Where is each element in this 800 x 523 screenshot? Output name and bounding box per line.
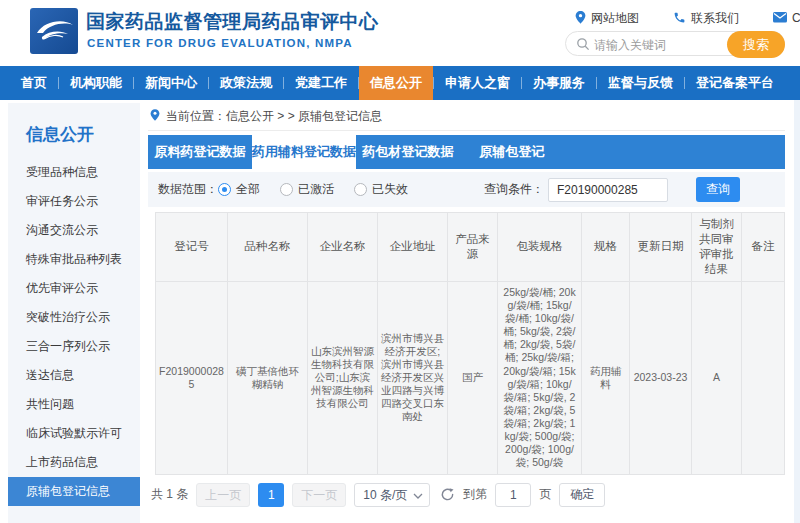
scope-label: 数据范围： [158, 181, 218, 198]
map-pin-icon [575, 11, 586, 27]
query-button[interactable]: 查询 [696, 177, 740, 202]
sitemap-link[interactable]: 网站地图 [575, 10, 639, 27]
cell-registration-no: F20190000285 [156, 281, 228, 474]
nav-item-applicant[interactable]: 申请人之窗 [434, 66, 521, 100]
sidebar: 信息公开 受理品种信息 审评任务公示 沟通交流公示 特殊审批品种列表 优先审评公… [8, 103, 140, 523]
sidebar-item-excipient-registration[interactable]: 原辅包登记信息 [8, 477, 140, 506]
confirm-button[interactable]: 确定 [559, 483, 605, 507]
sidebar-item-special-approval[interactable]: 特殊审批品种列表 [8, 245, 140, 274]
nav-item-home[interactable]: 首页 [10, 66, 58, 100]
sidebar-item-breakthrough-therapy[interactable]: 突破性治疗公示 [8, 303, 140, 332]
search-button[interactable]: 搜索 [727, 31, 785, 58]
col-company-name: 企业名称 [308, 213, 378, 282]
nav-item-party[interactable]: 党建工作 [284, 66, 358, 100]
radio-expired-icon [354, 183, 367, 196]
sidebar-item-clinical-trial-license[interactable]: 临床试验默示许可 [8, 419, 140, 448]
col-variety-name: 品种名称 [228, 213, 308, 282]
data-tabs: 原料药登记数据 药用辅料登记数据 药包材登记数据 原辅包登记 [148, 135, 785, 169]
nav-item-news[interactable]: 新闻中心 [134, 66, 208, 100]
pagination: 共 1 条 上一页 1 下一页 10 条/页 到第 页 确定 [151, 483, 785, 507]
location-pin-icon [150, 109, 160, 124]
prev-page-button[interactable]: 上一页 [196, 483, 250, 507]
radio-all[interactable]: 全部 [218, 181, 260, 198]
nav-item-services[interactable]: 办事服务 [522, 66, 596, 100]
site-header: 国家药品监督管理局药品审评中心 CENTER FOR DRUG EVALUATI… [0, 0, 800, 66]
nav-item-registration-platform[interactable]: 登记备案平台 [685, 66, 785, 100]
sidebar-item-accepted-varieties[interactable]: 受理品种信息 [8, 158, 140, 187]
sidebar-item-three-in-one[interactable]: 三合一序列公示 [8, 332, 140, 361]
tab-packaging-data[interactable]: 药包材登记数据 [356, 135, 460, 169]
radio-all-icon [218, 183, 231, 196]
col-registration-no: 登记号 [156, 213, 228, 282]
sidebar-item-delivery-info[interactable]: 送达信息 [8, 361, 140, 390]
filter-bar: 数据范围： 全部 已激活 已失效 查询条件： 查询 [148, 172, 785, 207]
cde-logo-icon [30, 8, 78, 54]
radio-activated[interactable]: 已激活 [280, 181, 334, 198]
col-update-date: 更新日期 [630, 213, 692, 282]
mail-icon [773, 12, 787, 26]
site-title: 国家药品监督管理局药品审评中心 [86, 9, 379, 35]
next-page-button[interactable]: 下一页 [292, 483, 346, 507]
mailbox-link[interactable]: CDE邮箱 [773, 10, 800, 27]
sidebar-item-marketed-drugs[interactable]: 上市药品信息 [8, 448, 140, 477]
cell-variety-name: 磺丁基倍他环糊精钠 [228, 281, 308, 474]
cell-joint-review-result: A [692, 281, 742, 474]
sidebar-item-communication[interactable]: 沟通交流公示 [8, 216, 140, 245]
cell-update-date: 2023-03-23 [630, 281, 692, 474]
topbar-links: 网站地图 联系我们 CDE邮箱 [575, 10, 800, 27]
nav-item-functions[interactable]: 机构职能 [59, 66, 133, 100]
sidebar-item-review-tasks[interactable]: 审评任务公示 [8, 187, 140, 216]
refresh-icon[interactable] [440, 487, 455, 502]
col-remark: 备注 [742, 213, 785, 282]
cell-company-address: 滨州市博兴县经济开发区;滨州市博兴县经济开发区兴业四路与兴博四路交叉口东南处 [378, 281, 448, 474]
contact-link[interactable]: 联系我们 [673, 10, 739, 27]
current-page-button[interactable]: 1 [258, 483, 284, 507]
total-count: 共 1 条 [151, 486, 188, 503]
goto-unit: 页 [539, 486, 551, 503]
query-label: 查询条件： [484, 181, 544, 198]
main-content: 当前位置：信息公开 > > 原辅包登记信息 原料药登记数据 药用辅料登记数据 药… [148, 103, 785, 507]
goto-page-input[interactable] [495, 483, 531, 507]
cell-spec: 药用辅料 [582, 281, 630, 474]
query-input[interactable] [548, 178, 668, 202]
search-icon [576, 37, 590, 55]
sidebar-item-priority-review[interactable]: 优先审评公示 [8, 274, 140, 303]
table-header-row: 登记号 品种名称 企业名称 企业地址 产品来源 包装规格 规格 更新日期 与制剂… [156, 213, 785, 282]
cell-company-name: 山东滨州智源生物科技有限公司;山东滨州智源生物科技有限公司 [308, 281, 378, 474]
header-search: 请输入关键词 搜索 [565, 31, 785, 56]
nav-item-policy[interactable]: 政策法规 [209, 66, 283, 100]
sidebar-title: 信息公开 [8, 103, 140, 158]
page-size-select[interactable]: 10 条/页 [354, 483, 430, 507]
radio-expired[interactable]: 已失效 [354, 181, 408, 198]
search-input[interactable]: 请输入关键词 [594, 37, 666, 54]
col-company-address: 企业地址 [378, 213, 448, 282]
cell-product-source: 国产 [448, 281, 498, 474]
table-row: F20190000285 磺丁基倍他环糊精钠 山东滨州智源生物科技有限公司;山东… [156, 281, 785, 474]
nav-item-supervision[interactable]: 监督与反馈 [597, 66, 684, 100]
page-scrollbar[interactable] [794, 100, 800, 523]
main-nav: 首页 机构职能 新闻中心 政策法规 党建工作 信息公开 申请人之窗 办事服务 监… [0, 66, 800, 100]
tab-excipient-data[interactable]: 药用辅料登记数据 [252, 135, 356, 169]
col-package-spec: 包装规格 [498, 213, 582, 282]
col-spec: 规格 [582, 213, 630, 282]
col-joint-review-result: 与制剂共同审评审批结果 [692, 213, 742, 282]
radio-activated-icon [280, 183, 293, 196]
results-table: 登记号 品种名称 企业名称 企业地址 产品来源 包装规格 规格 更新日期 与制剂… [155, 212, 785, 475]
phone-icon [673, 11, 686, 27]
site-subtitle: CENTER FOR DRUG EVALUATION, NMPA [87, 37, 353, 49]
chevron-down-icon [413, 484, 423, 506]
tab-raw-excipient-pack[interactable]: 原辅包登记 [460, 135, 564, 169]
nav-item-info-disclosure[interactable]: 信息公开 [359, 66, 433, 100]
breadcrumb-text: 当前位置：信息公开 > > 原辅包登记信息 [166, 108, 382, 125]
sidebar-item-common-issues[interactable]: 共性问题 [8, 390, 140, 419]
page: 国家药品监督管理局药品审评中心 CENTER FOR DRUG EVALUATI… [0, 0, 800, 523]
col-product-source: 产品来源 [448, 213, 498, 282]
cell-package-spec: 25kg/袋/桶; 20kg/袋/桶; 15kg/袋/桶; 10kg/袋/桶; … [498, 281, 582, 474]
breadcrumb: 当前位置：信息公开 > > 原辅包登记信息 [148, 103, 785, 131]
goto-label: 到第 [463, 486, 487, 503]
tab-api-data[interactable]: 原料药登记数据 [148, 135, 252, 169]
cell-remark [742, 281, 785, 474]
